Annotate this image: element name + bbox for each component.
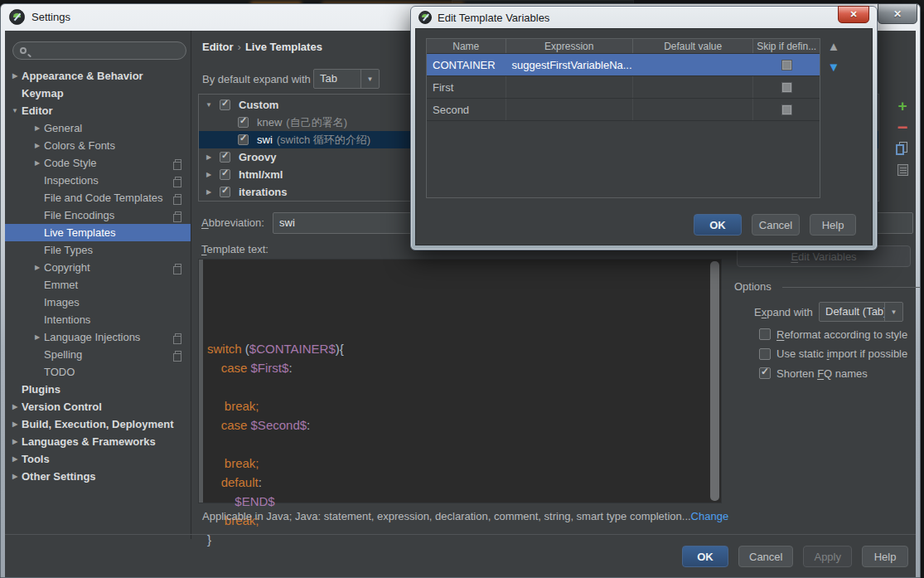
- sidebar-item-editor[interactable]: ▼Editor: [5, 102, 191, 119]
- checkbox-unchecked[interactable]: [781, 104, 792, 115]
- chevron-right-icon[interactable]: ▶: [32, 124, 42, 132]
- chevron-right-icon[interactable]: ▶: [32, 264, 42, 271]
- cell-expression[interactable]: suggestFirstVariableNa...: [506, 54, 633, 75]
- apply-button[interactable]: Apply: [803, 546, 852, 567]
- sidebar-item-spelling[interactable]: Spelling: [5, 346, 191, 363]
- cell-name[interactable]: CONTAINER: [427, 54, 506, 75]
- checkbox-checked[interactable]: [220, 169, 230, 180]
- cell-default-value[interactable]: [633, 99, 753, 120]
- option-row-use-static-import-if-possible[interactable]: Use static import if possible: [759, 347, 907, 361]
- sidebar-item-general[interactable]: ▶General: [5, 119, 191, 137]
- expand-with-select[interactable]: Default (Tab) ▼: [819, 302, 903, 322]
- checkbox-checked[interactable]: [220, 187, 230, 197]
- settings-search-input[interactable]: [12, 41, 186, 60]
- option-row-shorten-fq-names[interactable]: Shorten FQ names: [759, 367, 868, 380]
- default-expand-label: By default expand with: [202, 73, 311, 85]
- sidebar-item-language-injections[interactable]: ▶Language Injections: [5, 328, 191, 346]
- move-up-icon[interactable]: ▲: [825, 41, 842, 52]
- editor-scrollbar[interactable]: [710, 261, 719, 501]
- checkbox-unchecked[interactable]: [781, 60, 792, 70]
- move-down-icon[interactable]: ▼: [825, 61, 842, 73]
- cell-skip-if-defined[interactable]: [753, 76, 820, 98]
- expand-with-label: Expand with: [754, 306, 813, 318]
- chevron-right-icon[interactable]: ▶: [204, 153, 214, 161]
- sidebar-item-file-types[interactable]: File Types: [5, 241, 191, 259]
- sidebar-item-label: Code Style: [44, 157, 97, 169]
- cell-default-value[interactable]: [633, 54, 753, 75]
- cell-expression[interactable]: [506, 99, 633, 120]
- cell-default-value[interactable]: [633, 76, 753, 98]
- sidebar-item-appearance-behavior[interactable]: ▶Appearance & Behavior: [5, 67, 191, 85]
- cell-name[interactable]: Second: [427, 99, 506, 120]
- checkbox-checked[interactable]: [220, 100, 230, 110]
- default-expand-select[interactable]: Tab ▼: [313, 69, 380, 89]
- sidebar-item-intentions[interactable]: Intentions: [5, 311, 191, 328]
- chevron-right-icon[interactable]: ▶: [32, 333, 42, 341]
- checkbox-checked[interactable]: [759, 367, 771, 379]
- sidebar-item-file-and-code-templates[interactable]: File and Code Templates: [5, 189, 191, 206]
- chevron-right-icon[interactable]: ▶: [204, 171, 214, 178]
- sidebar-item-images[interactable]: Images: [5, 294, 191, 311]
- sidebar-item-live-templates[interactable]: Live Templates: [5, 224, 191, 241]
- help-button[interactable]: Help: [862, 546, 908, 567]
- column-header-default-value[interactable]: Default value: [633, 39, 753, 53]
- sidebar-item-emmet[interactable]: Emmet: [5, 276, 191, 294]
- sidebar-item-keymap[interactable]: Keymap: [5, 85, 191, 102]
- cell-skip-if-defined[interactable]: [753, 54, 820, 75]
- settings-close-button[interactable]: ✕: [878, 3, 917, 24]
- chevron-right-icon[interactable]: ▶: [10, 438, 20, 445]
- sidebar-item-version-control[interactable]: ▶Version Control: [5, 398, 191, 415]
- sidebar-item-build-execution-deployment[interactable]: ▶Build, Execution, Deployment: [5, 415, 191, 433]
- template-text-editor[interactable]: switch ($CONTAINER$){ case $First$: brea…: [198, 259, 722, 503]
- chevron-right-icon[interactable]: ▶: [10, 72, 20, 80]
- dialog-cancel-button[interactable]: Cancel: [752, 214, 800, 236]
- variable-row-container[interactable]: CONTAINERsuggestFirstVariableNa...: [427, 54, 820, 76]
- sidebar-item-code-style[interactable]: ▶Code Style: [5, 154, 191, 172]
- sidebar-item-languages-frameworks[interactable]: ▶Languages & Frameworks: [5, 433, 191, 450]
- chevron-right-icon[interactable]: ▶: [10, 473, 20, 480]
- chevron-right-icon[interactable]: ▶: [10, 403, 20, 410]
- remove-icon[interactable]: −: [895, 122, 910, 137]
- chevron-right-icon[interactable]: ▶: [10, 420, 20, 428]
- option-row-reformat-according-to-style[interactable]: Reformat according to style: [759, 328, 907, 341]
- dialog-ok-button[interactable]: OK: [694, 214, 742, 236]
- checkbox-unchecked[interactable]: [781, 82, 792, 93]
- checkbox-checked[interactable]: [220, 152, 230, 163]
- change-link[interactable]: Change: [691, 510, 729, 522]
- cell-skip-if-defined[interactable]: [753, 99, 820, 120]
- variable-row-second[interactable]: Second: [427, 99, 820, 121]
- sidebar-item-file-encodings[interactable]: File Encodings: [5, 206, 191, 224]
- sidebar-item-inspections[interactable]: Inspections: [5, 172, 191, 189]
- column-header-expression[interactable]: Expression: [506, 39, 633, 53]
- add-icon[interactable]: +: [895, 99, 910, 114]
- cell-name[interactable]: First: [427, 76, 506, 98]
- sidebar-item-other-settings[interactable]: ▶Other Settings: [5, 468, 191, 485]
- dialog-close-button[interactable]: ✕: [838, 6, 869, 23]
- reset-to-default-icon[interactable]: [895, 163, 910, 178]
- sidebar-item-todo[interactable]: TODO: [5, 363, 191, 381]
- cancel-button[interactable]: Cancel: [738, 546, 793, 567]
- column-header-name[interactable]: Name: [427, 39, 506, 53]
- chevron-right-icon[interactable]: ▶: [204, 188, 214, 196]
- column-header-skip-if-defin[interactable]: Skip if defin...: [753, 39, 820, 53]
- chevron-down-icon[interactable]: ▼: [204, 101, 214, 109]
- chevron-down-icon[interactable]: ▼: [10, 107, 20, 114]
- duplicate-icon[interactable]: [895, 142, 910, 157]
- chevron-right-icon[interactable]: ▶: [32, 142, 42, 149]
- dialog-help-button[interactable]: Help: [810, 214, 856, 236]
- cell-expression[interactable]: [506, 76, 633, 98]
- chevron-right-icon[interactable]: ▶: [10, 455, 20, 463]
- options-group-label: Options: [734, 280, 772, 293]
- sidebar-item-colors-fonts[interactable]: ▶Colors & Fonts: [5, 137, 191, 154]
- checkbox-unchecked[interactable]: [759, 348, 771, 360]
- checkbox-checked[interactable]: [238, 134, 249, 145]
- edit-template-variables-dialog: Edit Template Variables ✕ NameExpression…: [410, 6, 878, 250]
- sidebar-item-plugins[interactable]: Plugins: [5, 381, 191, 398]
- sidebar-item-tools[interactable]: ▶Tools: [5, 450, 191, 468]
- variable-row-first[interactable]: First: [427, 76, 820, 99]
- chevron-right-icon[interactable]: ▶: [32, 159, 42, 167]
- checkbox-checked[interactable]: [238, 117, 249, 128]
- ok-button[interactable]: OK: [682, 546, 728, 567]
- sidebar-item-copyright[interactable]: ▶Copyright: [5, 259, 191, 276]
- checkbox-unchecked[interactable]: [759, 328, 771, 340]
